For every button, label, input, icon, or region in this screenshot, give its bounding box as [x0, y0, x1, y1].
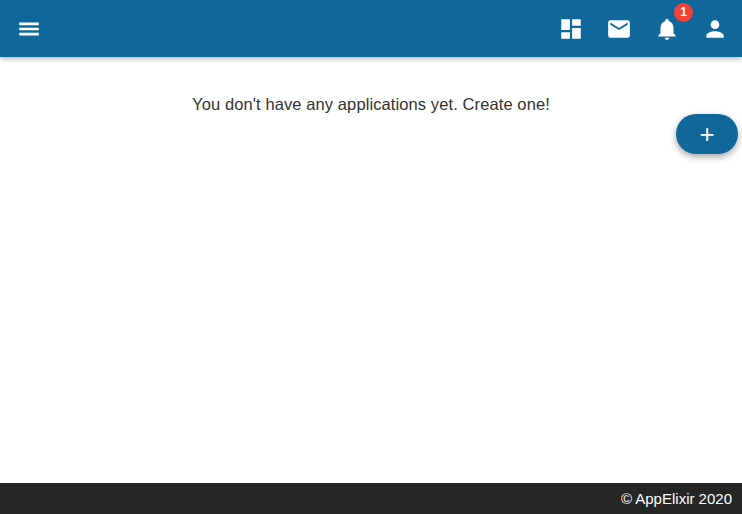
- hamburger-menu-icon: [16, 16, 42, 42]
- main-content: You don't have any applications yet. Cre…: [0, 57, 742, 483]
- empty-state-message: You don't have any applications yet. Cre…: [0, 57, 742, 114]
- appbar-actions: 1: [553, 11, 733, 47]
- person-icon: [702, 16, 728, 42]
- plus-icon: +: [699, 119, 714, 149]
- mail-button[interactable]: [601, 11, 637, 47]
- app-bar: 1: [0, 0, 742, 57]
- notifications-button[interactable]: 1: [649, 11, 685, 47]
- dashboard-icon: [558, 16, 584, 42]
- mail-icon: [606, 16, 632, 42]
- copyright-text: © AppElixir 2020: [621, 490, 732, 507]
- hamburger-menu-button[interactable]: [11, 11, 47, 47]
- create-application-fab[interactable]: +: [676, 114, 738, 154]
- dashboard-button[interactable]: [553, 11, 589, 47]
- notification-badge: 1: [674, 3, 693, 22]
- app-window: 1 You don't have any applications yet. C…: [0, 0, 742, 514]
- footer: © AppElixir 2020: [0, 483, 742, 514]
- account-button[interactable]: [697, 11, 733, 47]
